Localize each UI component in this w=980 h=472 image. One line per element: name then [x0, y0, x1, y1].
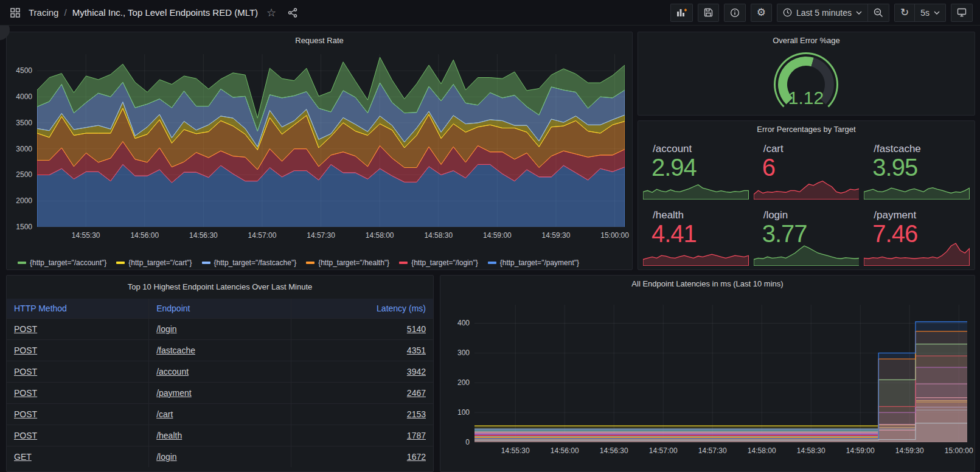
- svg-text:2500: 2500: [16, 170, 32, 179]
- share-icon[interactable]: [285, 5, 301, 21]
- column-header[interactable]: Endpoint: [149, 299, 291, 319]
- legend-label: {http_target="/login"}: [411, 259, 478, 267]
- table-cell-link[interactable]: POST: [14, 345, 37, 355]
- table-cell-link[interactable]: POST: [14, 409, 37, 419]
- stat-cell-health: /health4.41: [643, 204, 749, 266]
- legend-color-mark: [306, 262, 315, 264]
- legend-item[interactable]: {http_target="/health"}: [306, 259, 389, 267]
- x-axis-labels: 14:55:3014:56:0014:56:3014:57:0014:57:30…: [501, 446, 973, 455]
- legend-label: {http_target="/fastcache"}: [214, 259, 297, 267]
- panel-title-overall-error[interactable]: Overall Error %age: [638, 32, 975, 49]
- panel-title-all-latencies[interactable]: All Endpoint Latencies in ms (Last 10 mi…: [440, 276, 975, 293]
- request-rate-chart[interactable]: 150020002500300035004000450014:55:3014:5…: [7, 49, 632, 252]
- y-axis-labels: 1500200025003000350040004500: [16, 66, 32, 231]
- svg-text:3500: 3500: [16, 119, 32, 127]
- table-cell-link[interactable]: /login: [156, 324, 176, 334]
- table-cell-link[interactable]: GET: [14, 452, 32, 462]
- table-cell-link[interactable]: POST: [14, 367, 37, 377]
- y-axis-labels: 0100200300400: [457, 319, 470, 446]
- add-panel-button[interactable]: [670, 4, 693, 22]
- breadcrumb-section[interactable]: Tracing: [29, 7, 58, 18]
- table-cell-link[interactable]: POST: [14, 324, 37, 334]
- monitor-icon: [957, 8, 967, 17]
- gauge-value: 1.12: [788, 88, 824, 108]
- svg-text:14:58:30: 14:58:30: [797, 446, 825, 455]
- stat-sparkline: [864, 174, 970, 200]
- svg-text:14:57:30: 14:57:30: [307, 231, 335, 240]
- table-cell: 1672: [291, 446, 433, 468]
- latency-series-lines: [474, 322, 967, 442]
- legend-label: {http_target="/payment"}: [500, 259, 579, 267]
- table-cell-link[interactable]: /payment: [156, 388, 192, 398]
- table-cell-link[interactable]: /cart: [156, 409, 173, 419]
- legend-label: {http_target="/health"}: [318, 259, 389, 267]
- table-cell: /fastcache: [149, 340, 291, 361]
- svg-text:100: 100: [457, 408, 470, 417]
- svg-text:14:56:00: 14:56:00: [130, 231, 159, 240]
- all-latencies-chart[interactable]: 010020030040014:55:3014:56:0014:56:3014:…: [440, 293, 975, 470]
- table-cell: 1787: [291, 425, 433, 446]
- legend-item[interactable]: {http_target="/payment"}: [488, 259, 579, 267]
- stat-cell-cart: /cart6: [754, 138, 860, 200]
- table-cell-link[interactable]: POST: [14, 431, 37, 440]
- column-header[interactable]: Latency (ms): [291, 299, 433, 319]
- svg-text:14:56:30: 14:56:30: [600, 446, 628, 455]
- legend-item[interactable]: {http_target="/account"}: [18, 259, 106, 267]
- table-cell-link[interactable]: /health: [156, 431, 182, 440]
- dashboard-settings-button[interactable]: ⚙: [751, 4, 772, 22]
- svg-text:300: 300: [457, 349, 470, 357]
- panel-all-latencies: All Endpoint Latencies in ms (Last 10 mi…: [440, 275, 975, 472]
- panel-title-latency-table[interactable]: Top 10 Highest Endpoint Latencies Over L…: [7, 276, 433, 299]
- legend-color-mark: [202, 262, 210, 264]
- table-row: POST/account3942: [7, 361, 433, 383]
- svg-text:2000: 2000: [16, 196, 32, 205]
- table-cell-link[interactable]: POST: [14, 388, 37, 398]
- panel-title-error-percentages[interactable]: Error Percentages by Target: [638, 121, 975, 138]
- svg-text:4500: 4500: [16, 66, 32, 75]
- legend-item[interactable]: {http_target="/login"}: [399, 259, 478, 267]
- favorite-star-icon[interactable]: ☆: [263, 5, 279, 21]
- stat-cell-fastcache: /fastcache3.95: [864, 138, 970, 200]
- table-cell: GET: [7, 446, 149, 468]
- stat-label: /fastcache: [874, 143, 921, 155]
- table-cell: /payment: [149, 383, 291, 404]
- overall-error-gauge: 1.12: [638, 49, 975, 114]
- svg-text:14:57:00: 14:57:00: [248, 231, 277, 240]
- latency-table: HTTP MethodEndpointLatency (ms) POST/log…: [7, 299, 433, 467]
- topbar: Tracing / Mythical Inc., Top Level Endpo…: [0, 0, 980, 26]
- svg-text:1500: 1500: [16, 223, 32, 231]
- svg-text:15:00:00: 15:00:00: [600, 231, 629, 240]
- legend-item[interactable]: {http_target="/cart"}: [116, 259, 192, 267]
- table-cell-link[interactable]: 5140: [407, 324, 426, 334]
- stat-sparkline: [754, 174, 860, 200]
- refresh-button[interactable]: ↻: [894, 4, 915, 22]
- zoom-out-time-button[interactable]: [868, 4, 889, 22]
- chevron-down-icon: [934, 11, 940, 15]
- time-range-picker[interactable]: Last 5 minutes: [777, 4, 868, 22]
- table-cell-link[interactable]: 1672: [407, 452, 426, 462]
- kiosk-mode-button[interactable]: [951, 4, 973, 22]
- legend-item[interactable]: {http_target="/fastcache"}: [202, 259, 297, 267]
- panel-title-request-rate[interactable]: Request Rate: [7, 32, 632, 49]
- table-cell-link[interactable]: 3942: [407, 367, 426, 377]
- svg-text:14:58:30: 14:58:30: [424, 231, 453, 240]
- panel-latency-table: Top 10 Highest Endpoint Latencies Over L…: [6, 275, 434, 472]
- table-cell-link[interactable]: /account: [156, 367, 189, 377]
- stat-label: /health: [653, 209, 684, 221]
- save-dashboard-button[interactable]: [698, 4, 719, 22]
- table-cell-link[interactable]: /fastcache: [156, 345, 195, 355]
- refresh-interval-label: 5s: [920, 8, 930, 18]
- dashboard-insights-button[interactable]: [724, 4, 746, 22]
- table-cell-link[interactable]: 2153: [407, 409, 426, 419]
- table-cell-link[interactable]: 2467: [407, 388, 426, 398]
- svg-text:14:57:00: 14:57:00: [649, 446, 678, 455]
- table-row: POST/login5140: [7, 319, 433, 340]
- table-cell-link[interactable]: /login: [156, 452, 176, 462]
- table-row: GET/login1672: [7, 446, 433, 468]
- dashboards-grid-icon[interactable]: [7, 5, 23, 21]
- svg-text:4000: 4000: [16, 92, 32, 101]
- refresh-interval-picker[interactable]: 5s: [915, 4, 946, 22]
- table-cell-link[interactable]: 4351: [407, 345, 426, 355]
- table-cell-link[interactable]: 1787: [407, 431, 426, 440]
- column-header[interactable]: HTTP Method: [7, 299, 149, 319]
